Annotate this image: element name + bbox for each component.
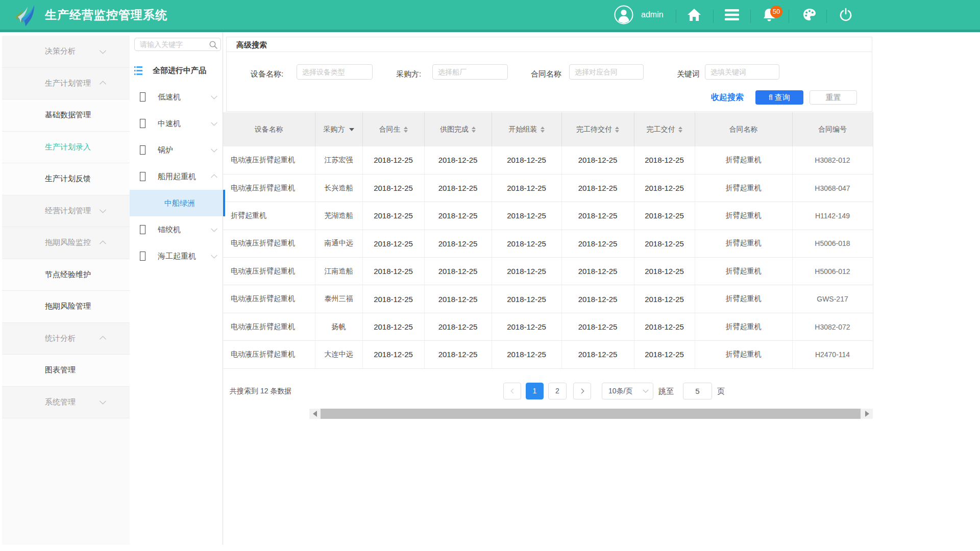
table-cell: 2018-12-25 [561, 146, 634, 174]
menu-button[interactable] [722, 0, 742, 30]
product-tree: 全部进行中产品 低速机 中速机 锅炉 [130, 57, 223, 269]
sidebar-item[interactable]: 生产计划反馈 [2, 163, 130, 195]
keyword-input[interactable] [705, 64, 779, 80]
search-icon[interactable] [209, 40, 218, 49]
tree-search-box [134, 38, 221, 51]
table-row[interactable]: 电动液压折臂起重机江苏宏强2018-12-252018-12-252018-12… [223, 146, 873, 174]
table-cell: H3082-072 [792, 313, 873, 340]
jump-page-input[interactable] [683, 383, 712, 399]
table-header-cell[interactable]: 供图完成 [424, 112, 492, 146]
user-avatar[interactable] [614, 0, 633, 30]
table-cell: 2018-12-25 [634, 230, 695, 257]
table-header-cell[interactable]: 合同编号 [792, 112, 873, 146]
username-label[interactable]: admin [641, 0, 664, 30]
sidebar-item[interactable]: 经营计划管理 [2, 195, 130, 228]
table-row[interactable]: 电动液压折臂起重机扬帆2018-12-252018-12-252018-12-2… [223, 313, 873, 340]
horizontal-scrollbar[interactable] [309, 409, 873, 419]
scroll-left-button[interactable] [309, 409, 321, 419]
total-count-label: 共搜索到 12 条数据 [230, 383, 291, 399]
query-button[interactable]: fl 查询 [755, 90, 803, 105]
theme-button[interactable] [800, 0, 819, 30]
panel-header: 高级搜索 [227, 37, 872, 52]
page-button-2[interactable]: 2 [548, 383, 567, 399]
table-cell: GWS-217 [792, 285, 873, 313]
table-cell: 2018-12-25 [561, 313, 634, 340]
tree-row[interactable]: 船用起重机 [130, 163, 223, 190]
sort-icon[interactable] [404, 127, 408, 133]
sidebar-item[interactable]: 图表管理 [2, 355, 130, 387]
keyword-label: 关键词 [677, 69, 700, 79]
page-size-select[interactable]: 10条/页 [602, 383, 653, 399]
table-header-cell[interactable]: 合同名称 [695, 112, 792, 146]
sidebar: 决策分析 生产计划管理 基础数据管理 生产计划录入 生产计划反馈 经营计划管理 [0, 32, 130, 545]
table-cell: 电动液压折臂起重机 [223, 146, 315, 174]
chevron-icon [211, 119, 217, 126]
tree-row[interactable]: 中船绿洲 [130, 190, 225, 216]
reset-button[interactable]: 重置 [810, 90, 857, 105]
table-row[interactable]: 电动液压折臂起重机泰州三福2018-12-252018-12-252018-12… [223, 285, 873, 313]
home-button[interactable] [684, 0, 704, 30]
next-page-button[interactable] [573, 383, 591, 399]
table-cell: 2018-12-25 [492, 146, 561, 174]
collapse-search-link[interactable]: 收起搜索 [711, 90, 744, 105]
chevron-icon [211, 226, 217, 232]
tree-row[interactable]: 中速机 [130, 110, 223, 137]
table-cell: 2018-12-25 [424, 202, 492, 230]
table-cell: 2018-12-25 [634, 174, 695, 202]
table-row[interactable]: 电动液压折臂起重机江南造船2018-12-252018-12-252018-12… [223, 258, 873, 285]
tree-search-input[interactable] [135, 38, 220, 51]
table-header-cell[interactable]: 采购方 [315, 112, 362, 146]
table-row[interactable]: 电动液压折臂起重机南通中远2018-12-252018-12-252018-12… [223, 230, 873, 257]
table-cell: H3082-012 [792, 146, 873, 174]
scrollbar-thumb[interactable] [321, 409, 861, 419]
tree-row[interactable]: 全部进行中产品 [130, 57, 223, 84]
sidebar-item[interactable]: 决策分析 [2, 36, 130, 68]
chevron-icon [211, 146, 217, 153]
table-row[interactable]: 电动液压折臂起重机大连中远2018-12-252018-12-252018-12… [223, 341, 873, 368]
contract-name-input[interactable] [569, 64, 644, 80]
table-cell: 2018-12-25 [634, 313, 695, 340]
table-header-cell[interactable]: 完工交付 [634, 112, 695, 146]
logout-button[interactable] [836, 0, 855, 30]
table-header-cell[interactable]: 开始组装 [492, 112, 561, 146]
tree-row[interactable]: 锚绞机 [130, 216, 223, 243]
sidebar-item[interactable]: 生产计划管理 [2, 68, 130, 100]
sidebar-item[interactable]: 节点经验维护 [2, 259, 130, 291]
purchaser-input[interactable] [432, 64, 508, 80]
table-cell: 2018-12-25 [362, 174, 424, 202]
table-cell: 长兴造船 [315, 174, 362, 202]
scroll-right-button[interactable] [862, 409, 873, 419]
prev-page-button[interactable] [503, 383, 521, 399]
sidebar-item[interactable]: 拖期风险监控 [2, 227, 130, 259]
sidebar-item[interactable]: 基础数据管理 [2, 99, 130, 132]
table-cell: 折臂起重机 [695, 202, 792, 230]
table-cell: 电动液压折臂起重机 [223, 313, 315, 340]
table-cell: 2018-12-25 [424, 174, 492, 202]
table-cell: 2018-12-25 [561, 202, 634, 230]
device-name-input[interactable] [297, 64, 373, 80]
table-cell: 2018-12-25 [362, 313, 424, 340]
table-cell: 2018-12-25 [561, 174, 634, 202]
category-glyph-icon [140, 225, 145, 234]
sidebar-item[interactable]: 统计分析 [2, 323, 130, 355]
sort-icon[interactable] [615, 127, 619, 133]
table-row[interactable]: 折臂起重机芜湖造船2018-12-252018-12-252018-12-252… [223, 202, 873, 230]
filter-caret-icon[interactable] [349, 128, 354, 131]
table-cell: 芜湖造船 [315, 202, 362, 230]
table-header-cell[interactable]: 完工待交付 [561, 112, 634, 146]
sidebar-item[interactable]: 系统管理 [2, 387, 130, 419]
tree-row[interactable]: 海工起重机 [130, 243, 223, 269]
sort-icon[interactable] [541, 127, 545, 133]
sort-icon[interactable] [678, 127, 682, 133]
tree-row[interactable]: 低速机 [130, 84, 223, 110]
table-header-cell[interactable]: 合同生 [362, 112, 424, 146]
page-button-1[interactable]: 1 [526, 383, 544, 399]
sidebar-item[interactable]: 拖期风险管理 [2, 291, 130, 323]
tree-row[interactable]: 锅炉 [130, 137, 223, 163]
sort-icon[interactable] [472, 127, 476, 133]
sidebar-item[interactable]: 生产计划录入 [2, 132, 130, 164]
power-icon [839, 8, 853, 22]
table-cell: 电动液压折臂起重机 [223, 258, 315, 285]
table-row[interactable]: 电动液压折臂起重机长兴造船2018-12-252018-12-252018-12… [223, 174, 873, 202]
table-header-cell[interactable]: 设备名称 [223, 112, 315, 146]
